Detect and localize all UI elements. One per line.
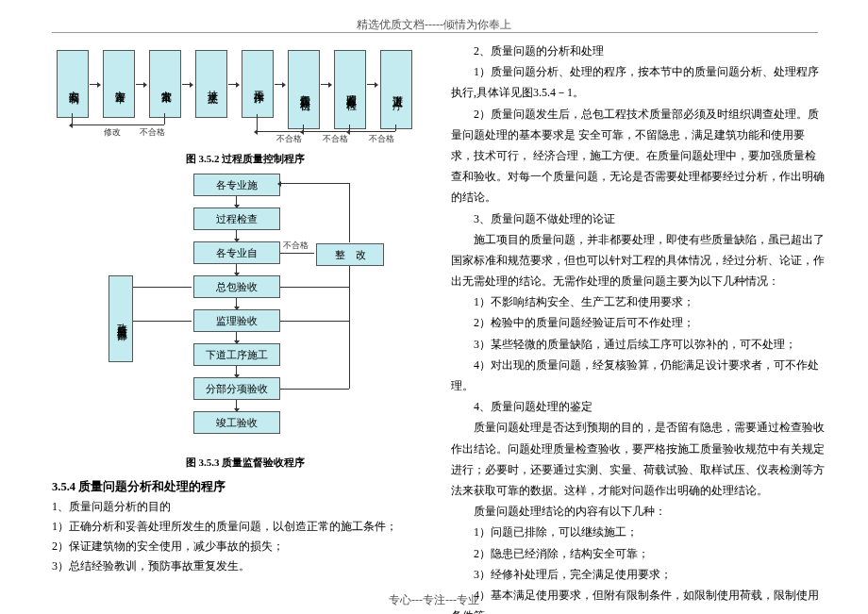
r-t1a: 1）质量问题分析、处理的程序，按本节中的质量问题分析、处理程序执行,具体详见图3… xyxy=(451,61,826,103)
fig353-step-5: 监理验收 xyxy=(193,309,280,332)
fig352-box-3: 方案审批 xyxy=(149,50,181,118)
r-t2: 3、质量问题不做处理的论证 xyxy=(451,208,826,229)
label-bad-4: 不合格 xyxy=(369,133,394,145)
r-t2a3: 3）某些轻微的质量缺陷，通过后续工序可以弥补的，可不处理； xyxy=(451,334,826,355)
fig353-step-4: 总包验收 xyxy=(193,275,280,298)
fig353-step-3: 各专业自 xyxy=(193,241,280,264)
sec-354-title: 3.5.4 质量问题分析和处理的程序 xyxy=(52,479,439,495)
fig352-box-4: 技术交底 xyxy=(195,50,227,118)
fig353-step-8: 竣工验收 xyxy=(193,411,280,434)
doc-footer: 专心---专注---专业 xyxy=(0,592,868,608)
figure-3-5-2: 方案编制 方案评审 方案审批 技术交底 按工序操作 责任工程师初检 监理工程师复… xyxy=(52,42,439,146)
r-t2a2: 2）检验中的质量问题经验证后可不作处理； xyxy=(451,312,826,333)
fig353-side: 政府质量监督部 xyxy=(108,275,133,362)
fig353-rework: 整 改 xyxy=(316,243,384,266)
r-t2a: 施工项目的质量问题，并非都要处理，即使有些质量缺陷，虽已超出了国家标准和规范要求… xyxy=(451,229,826,292)
right-column: 2、质量问题的分析和处理 1）质量问题分析、处理的程序，按本节中的质量问题分析、… xyxy=(451,41,826,614)
left-p1b: 2）保证建筑物的安全使用，减少事故的损失； xyxy=(52,539,439,555)
fig353-caption: 图 3.5.3 质量监督验收程序 xyxy=(52,456,439,470)
label-modify: 修改 xyxy=(104,126,121,139)
r-t2a4: 4）对出现的质量问题，经复核验算，仍能满足设计要求者，可不作处理。 xyxy=(451,355,826,396)
left-p1a: 1）正确分析和妥善处理所发生的质量问题，以创造正常的施工条件； xyxy=(52,519,439,535)
fig352-box-1: 方案编制 xyxy=(57,50,89,118)
r-t3b2: 2）隐患已经消除，结构安全可靠； xyxy=(451,543,826,564)
fig352-box-8: 进入下道工序 xyxy=(380,50,412,129)
fig352-box-7: 监理工程师复检 xyxy=(334,50,366,129)
figure-3-5-3: 各专业施 过程检查 各专业自 总包验收 监理验收 下道工序施工 分部分项验收 竣… xyxy=(90,172,410,450)
left-column: 方案编制 方案评审 方案审批 技术交底 按工序操作 责任工程师初检 监理工程师复… xyxy=(52,42,439,574)
label-bad-2: 不合格 xyxy=(276,133,302,145)
doc-header: 精选优质文档-----倾情为你奉上 xyxy=(0,17,868,33)
fig353-step-1: 各专业施 xyxy=(193,174,280,196)
left-p1: 1、质量问题分析的目的 xyxy=(52,499,439,515)
fig352-box-2: 方案评审 xyxy=(103,50,135,118)
fig352-box-6: 责任工程师初检 xyxy=(288,50,320,129)
r-t3a: 质量问题处理是否达到预期的目的，是否留有隐患，需要通过检查验收作出结论。问题处理… xyxy=(451,417,826,501)
fig352-caption: 图 3.5.2 过程质量控制程序 xyxy=(52,152,439,166)
left-p1c: 3）总结经验教训，预防事故重复发生。 xyxy=(52,558,439,574)
label-bad-3: 不合格 xyxy=(323,133,348,145)
fig353-step-7: 分部分项验收 xyxy=(193,377,280,400)
r-t1b: 2）质量问题发生后，总包工程技术质量部必须及时组织调查处理。质量问题处理的基本要… xyxy=(451,104,826,208)
fig353-step-6: 下道工序施工 xyxy=(193,343,280,366)
fig353-step-2: 过程检查 xyxy=(193,207,280,230)
rule xyxy=(52,32,818,33)
r-t3b1: 1）问题已排除，可以继续施工； xyxy=(451,522,826,542)
r-t3: 4、质量问题处理的鉴定 xyxy=(451,396,826,417)
r-t3b: 质量问题处理结论的内容有以下几种： xyxy=(451,501,826,522)
r-t2a1: 1）不影响结构安全、生产工艺和使用要求； xyxy=(451,291,826,312)
fig353-bad: 不合格 xyxy=(283,240,309,252)
label-bad-1: 不合格 xyxy=(140,126,165,139)
r-t1: 2、质量问题的分析和处理 xyxy=(451,41,826,61)
fig352-box-5: 按工序操作 xyxy=(242,50,274,118)
r-t3b3: 3）经修补处理后，完全满足使用要求； xyxy=(451,564,826,585)
